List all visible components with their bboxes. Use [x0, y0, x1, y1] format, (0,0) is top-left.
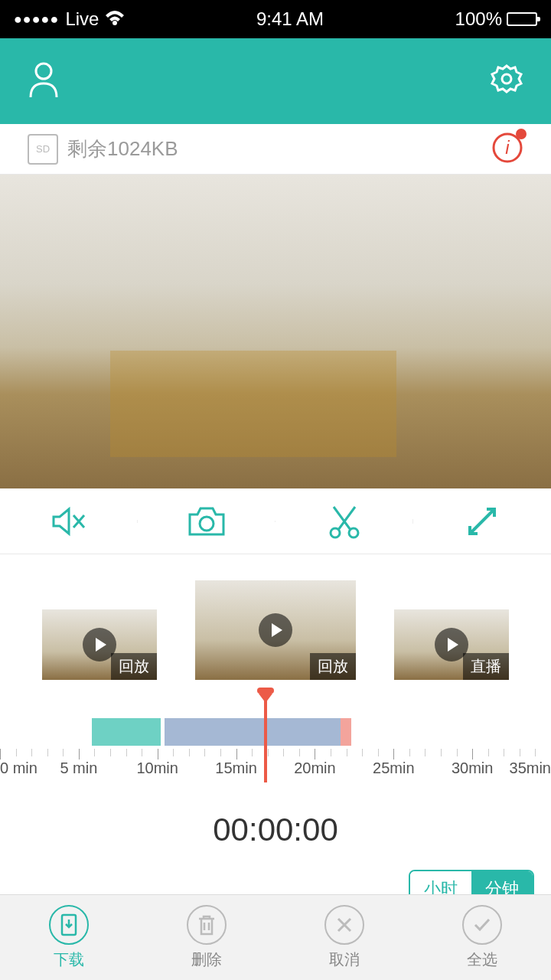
status-left: ●●●●● Live	[14, 8, 125, 30]
timer-display: 00:00:00	[0, 798, 551, 862]
video-preview[interactable]	[0, 175, 551, 488]
gear-icon[interactable]	[490, 63, 523, 100]
play-icon	[259, 613, 292, 647]
thumb-label: 回放	[310, 653, 356, 680]
select-all-label: 全选	[467, 949, 497, 970]
svg-text:i: i	[505, 137, 510, 158]
tick-label: 0 min	[0, 760, 37, 777]
storage-left: SD 剩余1024KB	[28, 134, 178, 165]
delete-button[interactable]: 删除	[138, 895, 276, 980]
segment-blue	[165, 718, 341, 746]
tick-label: 20min	[294, 760, 335, 777]
status-time: 9:41 AM	[256, 8, 324, 30]
battery-icon	[507, 12, 537, 26]
status-right: 100%	[455, 8, 537, 30]
storage-bar: SD 剩余1024KB i	[0, 124, 551, 175]
cut-button[interactable]	[276, 504, 413, 539]
battery-label: 100%	[455, 8, 502, 30]
download-label: 下载	[54, 949, 84, 970]
cancel-label: 取消	[329, 949, 360, 970]
download-icon	[49, 905, 89, 945]
wifi-icon	[105, 8, 125, 30]
timeline-ticks	[0, 749, 551, 760]
close-icon	[324, 905, 364, 945]
svg-point-0	[36, 64, 51, 79]
timeline-track	[0, 718, 551, 746]
thumbnail-replay-2[interactable]: 回放	[195, 580, 356, 680]
delete-label: 删除	[191, 949, 222, 970]
svg-point-4	[200, 517, 214, 531]
info-button[interactable]: i	[491, 132, 523, 167]
fullscreen-button[interactable]	[413, 505, 551, 538]
thumbnail-replay-1[interactable]: 回放	[42, 609, 157, 680]
cancel-button[interactable]: 取消	[276, 895, 413, 980]
thumbnail-live[interactable]: 直播	[394, 609, 509, 680]
snapshot-button[interactable]	[138, 505, 276, 537]
thumb-label: 直播	[463, 653, 509, 680]
bottom-toolbar: 下载 删除 取消 全选	[0, 894, 551, 980]
tick-label: 10min	[136, 760, 178, 777]
tick-label: 5 min	[60, 760, 97, 777]
svg-point-1	[502, 74, 511, 83]
signal-dots-icon: ●●●●●	[14, 11, 59, 28]
profile-icon[interactable]	[28, 60, 60, 102]
mute-button[interactable]	[0, 505, 138, 538]
trash-icon	[187, 905, 227, 945]
app-header	[0, 38, 551, 124]
tick-label: 25min	[373, 760, 414, 777]
thumb-label: 回放	[111, 653, 157, 680]
timeline-tick-labels: 0 min5 min10min15min20min25min30min35min	[0, 760, 551, 782]
tick-label: 15min	[215, 760, 256, 777]
status-bar: ●●●●● Live 9:41 AM 100%	[0, 0, 551, 38]
notification-dot-icon	[516, 129, 527, 139]
playhead[interactable]	[264, 689, 267, 782]
storage-label: 剩余1024KB	[67, 136, 178, 162]
carrier-label: Live	[65, 8, 99, 30]
tick-label: 30min	[452, 760, 493, 777]
download-button[interactable]: 下载	[0, 895, 138, 980]
check-icon	[462, 905, 502, 945]
segment-teal	[92, 718, 161, 746]
action-toolbar	[0, 488, 551, 554]
tick-label: 35min	[510, 760, 551, 777]
select-all-button[interactable]: 全选	[413, 895, 551, 980]
sdcard-icon: SD	[28, 134, 58, 165]
segment-red	[341, 718, 351, 746]
timeline[interactable]: 0 min5 min10min15min20min25min30min35min	[0, 695, 551, 798]
thumbnail-row: 回放 回放 直播	[0, 554, 551, 695]
